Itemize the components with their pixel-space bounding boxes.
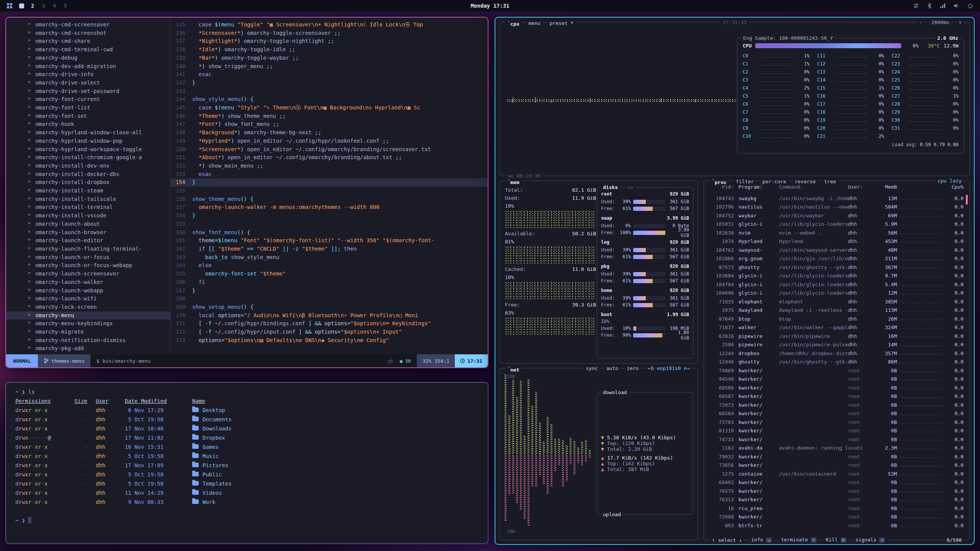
file-item[interactable]: *omarchy-hyprland-window-close-all xyxy=(27,129,170,137)
process-row[interactable]: 72073kworker/root0B0.0 xyxy=(706,401,964,409)
file-item[interactable]: *omarchy-install-terminal xyxy=(27,203,170,212)
process-row[interactable]: 102638nvimnvim --embed .dhh56M0.0 xyxy=(706,228,964,237)
code-line[interactable]: 148 *Background*) omarchy-theme-bg-next … xyxy=(171,129,488,137)
code-line[interactable]: 157 omarchy-launch-walker -m menus:omarc… xyxy=(171,203,488,212)
info-button[interactable]: info ↵ xyxy=(749,536,774,543)
code-line[interactable]: 168 xyxy=(171,295,488,303)
workspace-2[interactable]: 2 xyxy=(31,3,34,9)
process-row[interactable]: 68586kworker/root0B0.0 xyxy=(706,383,964,392)
tab-io[interactable]: io xyxy=(625,184,635,191)
file-item[interactable]: *omarchy-drive-set-password xyxy=(27,87,170,96)
code-line[interactable]: 169show_setup_menu() { xyxy=(171,303,488,311)
file-item[interactable]: *omarchy-launch-browser xyxy=(27,228,170,237)
process-row[interactable]: 87649btopbtopdhh26M0.0 xyxy=(706,315,964,323)
prompt-line-2[interactable]: ~ ❯ xyxy=(15,516,479,525)
file-item[interactable]: *omarchy-notification-dismiss xyxy=(27,336,170,345)
file-item[interactable]: *omarchy-hyprland-window-pop xyxy=(27,137,170,145)
process-row[interactable]: 105031glycin-i/usr/lib/glycin-loadersdhh… xyxy=(706,220,964,229)
file-item[interactable]: *omarchy-menu xyxy=(6,311,170,320)
file-item[interactable]: *omarchy-hook xyxy=(27,120,170,129)
process-row[interactable]: 104752waybar/usr/bin/waybardhh69M0.0 xyxy=(706,211,964,220)
network-meter-icon[interactable] xyxy=(940,3,946,8)
process-row[interactable]: 81310kworker/root0B0.0 xyxy=(706,427,964,435)
code-line[interactable]: 144show_style_menu() { xyxy=(171,95,488,104)
file-item[interactable]: *omarchy-drive-select xyxy=(27,79,170,87)
file-item[interactable]: *omarchy-lock-screen xyxy=(27,303,170,311)
code-line[interactable]: 170 local options="♪ Audio\n⇅ Wifi\nβ Bl… xyxy=(171,311,488,320)
file-item[interactable]: *omarchy-launch-wifi xyxy=(27,295,170,303)
proc-per-core-button[interactable]: per-core xyxy=(760,178,788,185)
code-line[interactable]: 137 *Nightlight*) omarchy-toggle-nightli… xyxy=(171,37,488,46)
process-row[interactable]: 104743swaybg/usr/bin/swaybg -i /homdhh13… xyxy=(706,194,964,203)
code-line[interactable]: 138 *Idle*) omarchy-toggle-idle ;; xyxy=(171,46,488,54)
code-line[interactable]: 153 esac xyxy=(171,170,488,179)
process-row[interactable]: 94540kworker/root0B0.0 xyxy=(706,375,964,384)
menu-button[interactable]: menu xyxy=(527,20,542,26)
workspace-5[interactable]: 5 xyxy=(64,3,67,9)
file-item[interactable]: *omarchy-install-dropbox xyxy=(27,178,170,187)
code-line[interactable]: 158} xyxy=(171,212,488,220)
process-row[interactable]: 76313kworker/root0B0.0 xyxy=(706,496,964,504)
kill-button[interactable]: Kill k xyxy=(824,536,848,543)
code-line[interactable]: 136 *Screensaver*) omarchy-toggle-screen… xyxy=(171,29,488,37)
file-item[interactable]: *omarchy-install-chromium-google-a xyxy=(27,153,170,162)
code-line[interactable]: 141 esac xyxy=(171,70,488,79)
file-item[interactable]: *omarchy-launch-editor xyxy=(27,236,170,245)
code-line[interactable]: 155 xyxy=(171,187,488,195)
process-row[interactable]: 74733kworker/root0B0.0 xyxy=(706,435,964,444)
code-line[interactable]: 139 *Bar*) omarchy-toggle-waybar ;; xyxy=(171,54,488,62)
code-line[interactable]: 145 case $(menu "Style" "✎ Theme\nⒶ Font… xyxy=(171,104,488,112)
code-line[interactable]: 162 if [[ "$theme" == "CNCLD" || -z "$th… xyxy=(171,245,488,253)
process-row[interactable]: 104696glycin-i/usr/lib/glycin-loadersdhh… xyxy=(706,289,964,298)
code-line[interactable]: 142} xyxy=(171,79,488,87)
process-row[interactable]: 102866org.gnom/usr/bin/gjs /usr/lib/odhh… xyxy=(706,254,964,263)
process-row[interactable]: 1162avahi-daavahi-daemon: running [avahi… xyxy=(706,444,964,453)
proc-filter-button[interactable]: filter xyxy=(734,178,756,185)
file-item[interactable]: *omarchy-menu-keybindings xyxy=(27,320,170,328)
proc-scrollbar-thumb[interactable] xyxy=(966,195,968,205)
power-icon[interactable] xyxy=(967,3,973,9)
code-line[interactable]: 165 omarchy-font-set "$theme" xyxy=(171,270,488,278)
code-line[interactable]: 156show_theme_menu() { xyxy=(171,195,488,204)
code-line[interactable]: 166 fi xyxy=(171,278,488,287)
signals-button[interactable]: signals s xyxy=(854,536,887,543)
file-item[interactable]: *omarchy-cmd-share xyxy=(27,37,170,46)
process-row[interactable]: 103684glycin-i/usr/lib/glycin-loadersdhh… xyxy=(706,272,964,280)
file-item[interactable]: *omarchy-debug xyxy=(27,54,170,62)
proc-reverse-button[interactable]: reverse xyxy=(793,178,818,185)
volume-icon[interactable] xyxy=(954,3,960,8)
code-line[interactable]: 159 xyxy=(171,220,488,228)
file-item[interactable]: *omarchy-launch-or-focus-webapp xyxy=(27,261,170,270)
process-row[interactable]: 74869kworker/root0B0.0 xyxy=(706,366,964,375)
proc-tree-button[interactable]: tree xyxy=(822,178,838,185)
file-item[interactable]: *omarchy-launch-walker xyxy=(27,278,170,287)
file-item[interactable]: *omarchy-launch-floating-terminal- xyxy=(27,245,170,253)
file-item[interactable]: *omarchy-cmd-screensaver xyxy=(27,21,170,29)
process-row[interactable]: 1275containe/usr/bin/containerdroot53M0.… xyxy=(706,469,964,478)
code-line[interactable]: 160show_font_menu() { xyxy=(171,228,488,237)
process-row[interactable]: 71837walker/usr/bin/walker --gappldhh324… xyxy=(706,323,964,332)
process-row[interactable]: 104784glycin-i/usr/lib/glycin-loadersdhh… xyxy=(706,280,964,289)
code-line[interactable]: 152 *) show_main_menu ;; xyxy=(171,162,488,170)
code-line[interactable]: 135 case $(menu "Toggle" "▣ Screensaver\… xyxy=(171,21,488,29)
select-control[interactable]: ↑ select ↓ xyxy=(710,537,744,543)
process-row[interactable]: 71835elephantelephantdhh385M0.0 xyxy=(706,297,964,306)
file-item[interactable]: *omarchy-launch-or-focus xyxy=(27,253,170,262)
code-line[interactable]: 161 theme=$(menu "Font" "$(omarchy-font-… xyxy=(171,236,488,245)
net-zero-button[interactable]: zero xyxy=(625,365,640,372)
file-item[interactable]: *omarchy-launch-about xyxy=(27,220,170,228)
file-item[interactable]: *omarchy-install-vscode xyxy=(27,212,170,220)
code-line[interactable]: 147 *Font*) show_font_menu ;; xyxy=(171,120,488,129)
proc-sort[interactable]: cpu lazy xyxy=(936,178,964,184)
process-row[interactable]: 16rcu_preeroot0B0.0 xyxy=(706,504,964,513)
file-item[interactable]: *omarchy-pkg-add xyxy=(27,344,170,353)
process-row[interactable]: 104762swayosd-/usr/bin/swayosd-serverdhh… xyxy=(706,246,964,254)
file-item[interactable]: *omarchy-install-dev-env xyxy=(27,162,170,170)
interval-plus-button[interactable]: + xyxy=(957,19,964,26)
net-auto-button[interactable]: auto xyxy=(604,365,620,372)
screenshare-arrows-icon[interactable] xyxy=(913,3,919,9)
process-row[interactable]: 73656kworker/root0B0.0 xyxy=(706,461,964,470)
file-item[interactable]: *omarchy-launch-screensaver xyxy=(27,270,170,278)
preset-button[interactable]: preset * xyxy=(548,20,576,26)
process-row[interactable]: 102796nautilus/usr/bin/nautilus --newdhh… xyxy=(706,203,964,212)
